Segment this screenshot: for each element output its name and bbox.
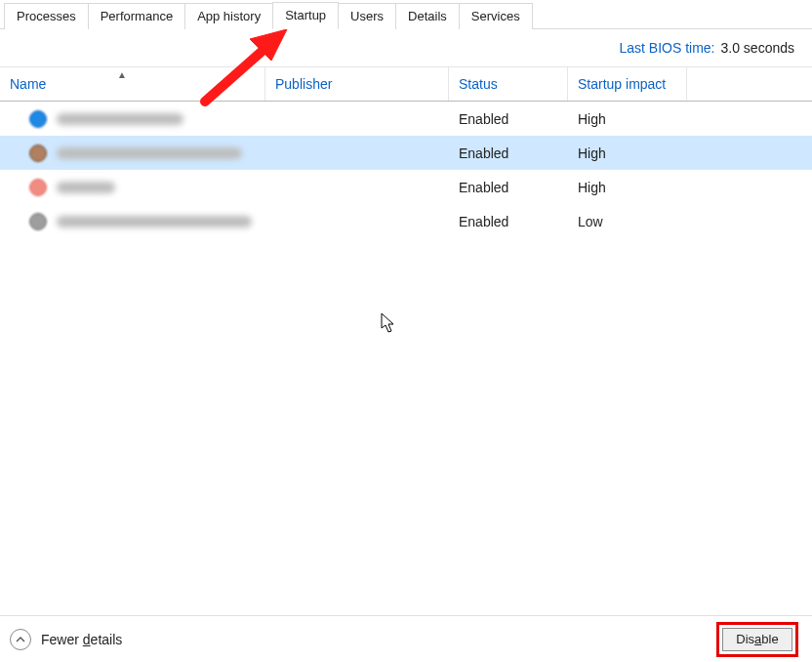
- tab-label: Details: [408, 9, 447, 23]
- column-header-status-label: Status: [459, 76, 498, 92]
- tab-label: Processes: [17, 9, 76, 23]
- column-header-impact-label: Startup impact: [578, 76, 666, 92]
- bios-time-label: Last BIOS time:: [619, 40, 714, 56]
- bios-time-bar: Last BIOS time: 3.0 seconds: [0, 29, 812, 66]
- app-name-redacted: [57, 113, 183, 125]
- column-header-spacer: [687, 67, 812, 101]
- tab-label: Users: [350, 9, 384, 23]
- bios-time-value: 3.0 seconds: [721, 40, 795, 56]
- tab-label: App history: [197, 9, 261, 23]
- cell-status: Enabled: [449, 214, 568, 229]
- column-header-impact[interactable]: Startup impact: [568, 67, 687, 101]
- tab-details[interactable]: Details: [395, 3, 460, 29]
- tab-bar: ProcessesPerformanceApp historyStartupUs…: [0, 0, 812, 29]
- tab-label: Startup: [285, 8, 326, 22]
- mouse-cursor-icon: [381, 312, 398, 334]
- app-icon: [29, 145, 47, 162]
- cell-name: [0, 213, 265, 230]
- column-header-name[interactable]: Name ▲: [0, 67, 265, 101]
- app-icon: [29, 179, 47, 196]
- cell-impact: High: [568, 145, 687, 161]
- app-icon: [29, 213, 47, 230]
- cell-status: Enabled: [449, 145, 568, 161]
- startup-list: EnabledHighEnabledHighEnabledHighEnabled…: [0, 102, 812, 238]
- app-name-redacted: [57, 147, 242, 159]
- disable-button-label: Disable: [736, 632, 778, 646]
- cell-impact: High: [568, 111, 687, 127]
- tab-app-history[interactable]: App history: [184, 3, 273, 29]
- column-header-status[interactable]: Status: [449, 67, 568, 101]
- chevron-up-icon: [10, 629, 31, 650]
- fewer-details-label: Fewer details: [41, 632, 122, 647]
- fewer-details-button[interactable]: Fewer details: [10, 629, 122, 650]
- cell-impact: High: [568, 180, 687, 195]
- column-header-publisher-label: Publisher: [275, 76, 332, 92]
- app-icon: [29, 110, 47, 128]
- tab-performance[interactable]: Performance: [88, 3, 185, 29]
- tab-users[interactable]: Users: [338, 3, 396, 29]
- app-name-redacted: [57, 216, 252, 228]
- column-header-name-label: Name: [10, 76, 46, 92]
- cell-status: Enabled: [449, 111, 568, 127]
- column-header-publisher[interactable]: Publisher: [265, 67, 449, 101]
- bottom-bar: Fewer details Disable: [0, 615, 812, 662]
- disable-button-highlight: Disable: [716, 622, 798, 657]
- table-row[interactable]: EnabledHigh: [0, 102, 812, 136]
- tab-label: Performance: [101, 9, 173, 23]
- cell-status: Enabled: [449, 180, 568, 195]
- tab-startup[interactable]: Startup: [272, 2, 339, 29]
- tab-services[interactable]: Services: [459, 3, 533, 29]
- table-row[interactable]: EnabledHigh: [0, 136, 812, 170]
- cell-name: [0, 110, 265, 128]
- tab-label: Services: [471, 9, 520, 23]
- tab-processes[interactable]: Processes: [4, 3, 89, 29]
- app-name-redacted: [57, 182, 115, 193]
- cell-name: [0, 179, 265, 196]
- cell-name: [0, 145, 265, 162]
- disable-button[interactable]: Disable: [722, 628, 792, 651]
- table-row[interactable]: EnabledLow: [0, 204, 812, 238]
- column-headers: Name ▲ Publisher Status Startup impact: [0, 66, 812, 102]
- sort-chevron-icon: ▲: [117, 69, 127, 80]
- cell-impact: Low: [568, 214, 687, 229]
- table-row[interactable]: EnabledHigh: [0, 170, 812, 204]
